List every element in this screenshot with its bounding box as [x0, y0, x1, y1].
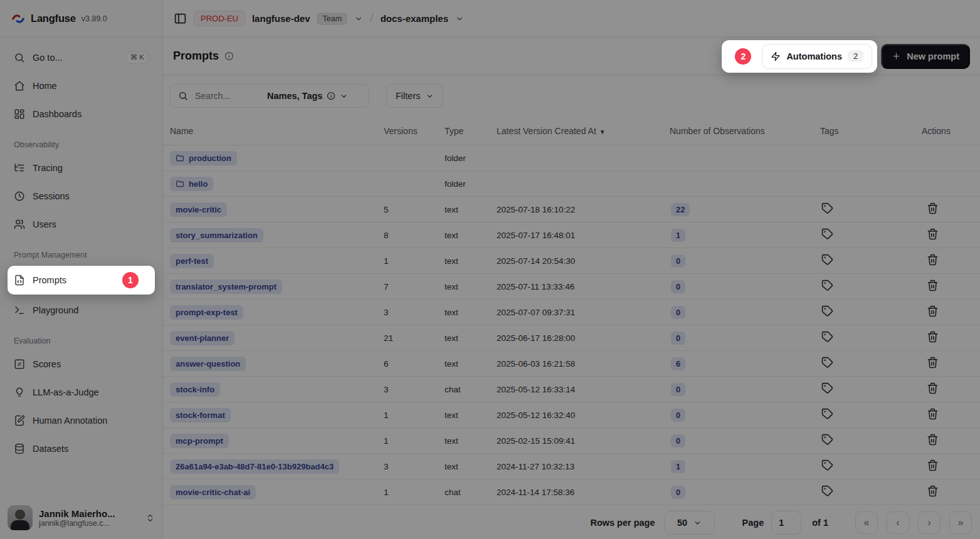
delete-prompt-button[interactable]	[927, 382, 939, 394]
prompt-name-chip[interactable]: mcp-prompt	[170, 434, 229, 448]
sidebar-item-human-annotation[interactable]: Human Annotation	[8, 408, 155, 433]
new-prompt-button[interactable]: New prompt	[881, 44, 970, 69]
table-row[interactable]: stock-info3chat2025-05-12 16:33:140	[163, 377, 980, 402]
llm-judge-label: LLM-as-a-Judge	[33, 387, 99, 397]
delete-prompt-button[interactable]	[927, 357, 939, 369]
col-versions[interactable]: Versions	[384, 126, 445, 136]
sidebar-item-users[interactable]: Users	[8, 212, 155, 237]
delete-prompt-button[interactable]	[927, 202, 939, 214]
prompt-name-chip[interactable]: translator_system-prompt	[170, 280, 282, 294]
prompt-name-chip[interactable]: movie-critic	[170, 202, 227, 217]
prompt-name-chip[interactable]: story_summarization	[170, 228, 263, 243]
table-row[interactable]: stock-format1text2025-05-12 16:32:400	[163, 402, 980, 428]
add-tag-button[interactable]	[821, 305, 833, 317]
delete-prompt-button[interactable]	[927, 459, 939, 471]
sidebar-item-dashboards[interactable]: Dashboards	[8, 102, 155, 127]
col-type[interactable]: Type	[445, 126, 497, 136]
add-tag-button[interactable]	[821, 357, 833, 369]
col-name[interactable]: Name	[170, 126, 384, 136]
rows-per-page-select[interactable]: 50	[665, 511, 715, 535]
table-row[interactable]: productionfolder	[163, 145, 980, 171]
page-number-input[interactable]	[771, 511, 801, 535]
last-page-button[interactable]: »	[949, 511, 972, 534]
delete-prompt-button[interactable]	[927, 228, 939, 240]
table-row[interactable]: perf-test1text2025-07-14 20:54:300	[163, 248, 980, 274]
table-row[interactable]: 26a61a94-e3ab-48d7-81e0-13b929bad4c33tex…	[163, 454, 980, 479]
add-tag-button[interactable]	[821, 459, 833, 471]
trash-icon	[927, 280, 939, 291]
user-menu[interactable]: Jannik Maierho... jannik@langfuse.c...	[0, 499, 162, 539]
prompt-name-chip[interactable]: perf-test	[170, 254, 214, 268]
prompt-name-chip[interactable]: 26a61a94-e3ab-48d7-81e0-13b929bad4c3	[170, 459, 339, 474]
next-page-button[interactable]: ›	[918, 511, 940, 534]
chevron-down-icon[interactable]	[455, 14, 464, 23]
delete-prompt-button[interactable]	[927, 305, 939, 317]
org-role-badge: Team	[317, 13, 347, 25]
sidebar-toggle-button[interactable]	[174, 12, 187, 25]
add-tag-button[interactable]	[821, 434, 833, 446]
table-row[interactable]: movie-critic-chat-ai1chat2024-11-14 17:5…	[163, 479, 980, 505]
table-row[interactable]: translator_system-prompt7text2025-07-11 …	[163, 274, 980, 300]
col-latest-version-created-at[interactable]: Latest Version Created At▼	[497, 126, 670, 136]
type-cell: chat	[445, 488, 497, 497]
tags-cell	[820, 254, 922, 268]
sidebar-item-goto[interactable]: Go to... ⌘ K	[8, 45, 155, 70]
first-page-button[interactable]: «	[855, 511, 878, 534]
trash-icon	[927, 305, 939, 317]
sidebar-item-llm-judge[interactable]: LLM-as-a-Judge	[8, 380, 155, 405]
table-row[interactable]: movie-critic5text2025-07-18 16:10:2222	[163, 197, 980, 222]
user-avatar	[8, 505, 33, 530]
prompt-name-text: translator_system-prompt	[176, 282, 277, 291]
add-tag-button[interactable]	[821, 408, 833, 420]
add-tag-button[interactable]	[821, 382, 833, 394]
add-tag-button[interactable]	[821, 228, 833, 240]
sidebar-item-tracing[interactable]: Tracing	[8, 155, 155, 181]
tags-cell	[820, 408, 922, 422]
col-tags[interactable]: Tags	[820, 126, 922, 136]
sidebar-item-scores[interactable]: Scores	[8, 352, 155, 377]
automations-button[interactable]: Automations 2	[762, 44, 872, 69]
search-input[interactable]	[194, 90, 261, 102]
environment-badge[interactable]: PROD-EU	[194, 11, 245, 26]
table-row[interactable]: prompt-exp-test3text2025-07-07 09:37:310	[163, 300, 980, 325]
folder-chip[interactable]: production	[170, 151, 237, 165]
prompt-name-chip[interactable]: movie-critic-chat-ai	[170, 485, 256, 500]
search-scope-select[interactable]: Names, Tags	[267, 91, 348, 101]
prompt-name-chip[interactable]: stock-info	[170, 382, 220, 397]
prompt-name-chip[interactable]: prompt-exp-test	[170, 305, 243, 320]
delete-prompt-button[interactable]	[927, 254, 939, 266]
delete-prompt-button[interactable]	[927, 434, 939, 446]
add-tag-button[interactable]	[821, 202, 833, 214]
sidebar-item-playground[interactable]: Playground	[8, 298, 155, 323]
table-row[interactable]: hellofolder	[163, 171, 980, 197]
delete-prompt-button[interactable]	[927, 280, 939, 291]
sidebar-item-sessions[interactable]: Sessions	[8, 184, 155, 209]
prompt-name-chip[interactable]: answer-question	[170, 357, 246, 371]
tags-cell	[820, 485, 922, 499]
prev-page-button[interactable]: ‹	[887, 511, 909, 534]
breadcrumb-project[interactable]: docs-examples	[381, 13, 448, 24]
delete-prompt-button[interactable]	[927, 485, 939, 497]
breadcrumb-org[interactable]: langfuse-dev	[252, 13, 310, 24]
sidebar-item-datasets[interactable]: Datasets	[8, 436, 155, 461]
add-tag-button[interactable]	[821, 254, 833, 266]
add-tag-button[interactable]	[821, 331, 833, 343]
add-tag-button[interactable]	[821, 485, 833, 497]
table-row[interactable]: event-planner21text2025-06-17 16:28:000	[163, 325, 980, 351]
folder-chip[interactable]: hello	[170, 177, 213, 191]
filters-button[interactable]: Filters	[386, 84, 443, 108]
col-number-of-observations[interactable]: Number of Observations	[670, 126, 820, 136]
table-row[interactable]: mcp-prompt1text2025-02-15 15:09:410	[163, 428, 980, 454]
table-row[interactable]: answer-question6text2025-06-03 16:21:586	[163, 351, 980, 377]
sidebar-item-home[interactable]: Home	[8, 73, 155, 98]
chevron-down-icon[interactable]	[354, 14, 363, 23]
sidebar-item-prompts[interactable]: Prompts 1	[8, 266, 155, 295]
search-box[interactable]: Names, Tags	[170, 84, 369, 108]
delete-prompt-button[interactable]	[927, 408, 939, 420]
table-row[interactable]: story_summarization8text2025-07-17 16:48…	[163, 222, 980, 248]
info-icon[interactable]	[224, 51, 234, 61]
prompt-name-chip[interactable]: stock-format	[170, 408, 231, 422]
add-tag-button[interactable]	[821, 280, 833, 291]
prompt-name-chip[interactable]: event-planner	[170, 331, 234, 345]
delete-prompt-button[interactable]	[927, 331, 939, 343]
